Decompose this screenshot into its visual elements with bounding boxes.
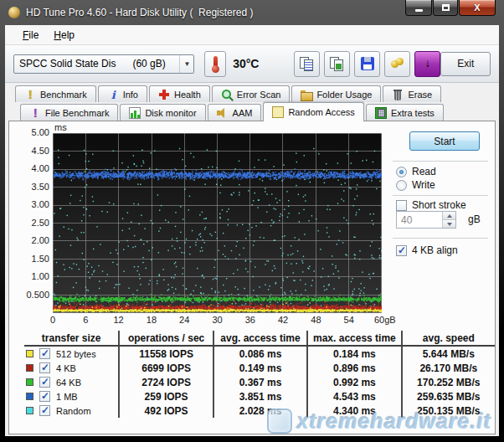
align-option[interactable]: 4 KB align [396,244,458,256]
capacity-unit-label: gB [468,213,481,225]
tab-label: Folder Usage [316,90,372,100]
toolbar-buttons: ↓ [294,51,440,77]
capacity-spinner [396,211,456,229]
read-radio[interactable] [396,167,407,177]
tab-erase[interactable]: Erase [383,85,441,102]
tab-label: Benchmark [40,90,87,100]
save-button[interactable] [354,51,380,77]
y-tick-label: 3.50 [16,182,49,192]
copy-image-button[interactable] [324,51,350,77]
tab-health[interactable]: Health [149,85,210,102]
separator [393,238,488,239]
drive-select[interactable]: SPCC Solid State Dis (60 gB) ▼ [13,54,194,74]
floppy-disk-icon [361,57,374,70]
avg-access-cell: 2.028 ms [213,403,306,418]
max-access-cell: 0.896 ms [306,361,400,375]
chevron-down-icon: ▼ [179,55,193,73]
separator [393,161,488,162]
gold-coins-icon [390,57,404,70]
ops-cell: 6699 IOPS [118,361,212,375]
tab-row-2: File BenchmarkDisk monitorAAMRandom Acce… [15,102,499,121]
menu-item-file[interactable]: File [15,28,46,43]
tab-folder-usage[interactable]: Folder Usage [291,85,381,102]
window-title: HD Tune Pro 4.60 - Hard Disk Utility ( R… [26,7,253,18]
x-tick-label: 42 [278,315,288,325]
write-label: Write [412,179,435,191]
x-tick-label: 30 [212,315,222,325]
tab-benchmark[interactable]: Benchmark [15,85,96,102]
transfer-size-cell: 1 MB [24,389,118,403]
extra-tests-icon [375,107,387,119]
write-radio[interactable] [396,180,407,191]
minimize-icon [415,9,423,12]
tab-random-access[interactable]: Random Access [263,102,363,121]
y-tick-label: 4.50 [16,146,49,156]
series-checkbox[interactable] [39,405,50,416]
avg-access-cell: 3.851 ms [213,389,306,403]
tab-disk-monitor[interactable]: Disk monitor [120,104,205,121]
max-access-cell: 0.992 ms [306,375,400,389]
arrow-up-icon [447,214,452,218]
info-icon [107,89,119,100]
read-option[interactable]: Read [396,166,436,177]
ops-cell: 492 IOPS [118,403,212,418]
separator [393,195,488,196]
short-stroke-option[interactable]: Short stroke [396,199,466,211]
tab-error-scan[interactable]: Error Scan [212,85,291,102]
spinner-buttons [442,212,455,228]
series-checkbox[interactable] [39,391,50,402]
max-access-cell: 0.184 ms [306,347,400,361]
copy-text-button[interactable] [294,51,320,77]
coins-button[interactable] [384,51,410,77]
series-checkbox[interactable] [39,348,50,359]
y-tick-label: 3.00 [16,199,49,209]
tab-aam[interactable]: AAM [208,104,262,121]
tab-extra-tests[interactable]: Extra tests [366,104,444,121]
transfer-size-label: Random [56,406,91,416]
column-header: max. access time [306,331,400,345]
read-label: Read [412,166,436,177]
4kb-align-checkbox[interactable] [396,245,407,256]
short-stroke-checkbox[interactable] [396,200,407,211]
start-button[interactable]: Start [409,131,480,151]
x-tick-label: 12 [113,315,123,325]
series-color-swatch [26,407,33,414]
close-button[interactable]: X [459,0,496,16]
tab-strip: BenchmarkInfoHealthError ScanFolder Usag… [5,83,499,121]
menu-item-help[interactable]: Help [46,28,82,43]
tab-row-1: BenchmarkInfoHealthError ScanFolder Usag… [15,85,499,102]
temperature-button[interactable] [204,51,226,77]
app-window: HD Tune Pro 4.60 - Hard Disk Utility ( R… [0,0,504,442]
short-stroke-label: Short stroke [412,199,466,211]
table-row: Random492 IOPS2.028 ms4.340 ms250.135 MB… [24,403,495,418]
x-tick-label: 6 [83,315,88,325]
column-header: operations / sec [118,331,212,345]
transfer-size-cell: 64 KB [24,375,118,389]
series-color-swatch [26,350,33,357]
disk-monitor-icon [129,107,141,119]
y-tick-label: 5.00 [16,127,49,137]
table-row: 64 KB2724 IOPS0.367 ms0.992 ms170.252 MB… [24,375,495,389]
series-checkbox[interactable] [39,377,50,388]
spinner-up-button[interactable] [443,212,455,219]
tab-file-benchmark[interactable]: File Benchmark [20,104,118,121]
temperature-label: 30°C [233,57,259,70]
tab-label: Health [174,90,201,100]
minimize-button[interactable] [405,0,432,16]
tab-info[interactable]: Info [98,85,147,102]
tab-label: File Benchmark [45,108,109,118]
x-tick-label: 24 [179,315,189,325]
series-checkbox[interactable] [39,362,50,373]
arrow-down-icon [447,223,452,226]
exit-button[interactable]: Exit [440,52,491,76]
capacity-input[interactable] [397,212,442,228]
spinner-down-button[interactable] [443,219,455,228]
write-option[interactable]: Write [396,179,435,191]
copy-image-icon [330,57,344,70]
maximize-button[interactable] [433,0,458,16]
ops-cell: 2724 IOPS [118,375,212,389]
avg-access-cell: 0.086 ms [213,347,306,361]
y-axis-labels: 5.004.504.003.503.002.502.001.501.000.50… [16,121,49,322]
download-button[interactable]: ↓ [414,51,440,77]
y-tick-label: 0.500 [16,290,49,300]
